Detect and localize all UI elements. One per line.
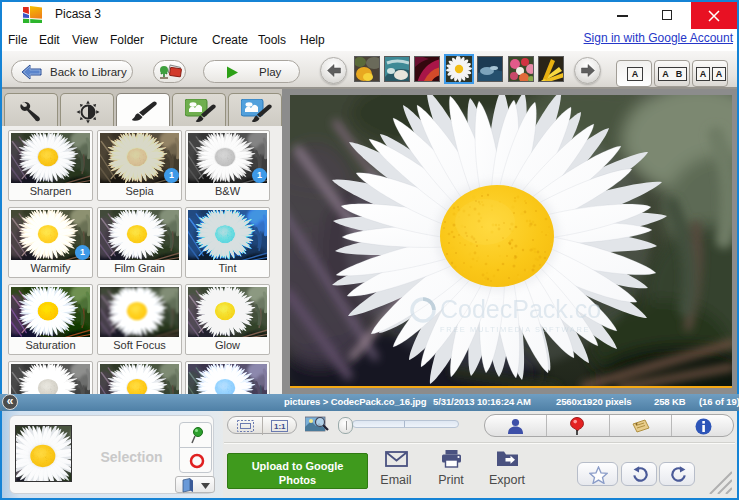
svg-text:1:1: 1:1: [274, 422, 286, 431]
svg-text:FREE MULTIMEDIA SOFTWARE: FREE MULTIMEDIA SOFTWARE: [440, 325, 590, 334]
svg-text:CodecPack.co: CodecPack.co: [440, 295, 601, 323]
